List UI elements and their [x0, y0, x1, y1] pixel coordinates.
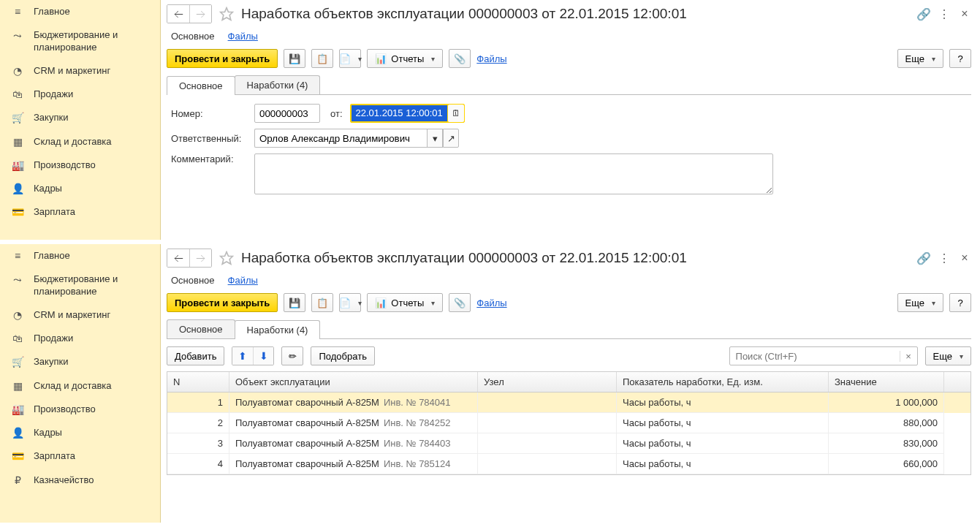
sidebar-item[interactable]: ≡Главное — [0, 0, 160, 23]
tab-works[interactable]: Наработки (4) — [235, 75, 321, 94]
sidebar-item[interactable]: 💳Зарплата — [0, 200, 160, 224]
create-based-on-button[interactable]: 📄▾ — [339, 49, 361, 68]
sidebar-item[interactable]: ≡Главное — [0, 244, 160, 268]
col-header-value[interactable]: Значение — [829, 372, 944, 392]
sidebar-item[interactable]: ₽Казначейство — [0, 469, 160, 492]
post-and-close-button[interactable]: Провести и закрыть — [167, 293, 278, 312]
move-down-button[interactable]: ⬇ — [253, 347, 273, 365]
grid-search-input[interactable] — [730, 351, 900, 362]
table-row[interactable]: 4Полуавтомат сварочный А-825МИнв. № 7851… — [167, 454, 970, 474]
sidebar-item-icon: 🛒 — [12, 356, 23, 368]
sidebar-item[interactable]: ◔CRM и маркетинг — [0, 303, 160, 327]
sidebar-item-icon: 🛍 — [12, 88, 23, 100]
sidebar-item-label: Склад и доставка — [34, 380, 112, 392]
post-button[interactable]: 📋 — [311, 293, 333, 312]
create-based-on-icon: 📄 — [339, 297, 351, 308]
comment-textarea[interactable] — [254, 153, 773, 194]
nav-forward-button[interactable]: 🡢 — [189, 249, 211, 267]
create-based-on-button[interactable]: 📄▾ — [339, 293, 361, 312]
works-table: N Объект эксплуатации Узел Показатель на… — [167, 371, 971, 475]
subnav-files[interactable]: Файлы — [228, 31, 258, 42]
sidebar-item[interactable]: 💳Зарплата — [0, 444, 160, 468]
favorite-star-icon[interactable] — [218, 5, 235, 23]
sidebar-item[interactable]: 🛍Продажи — [0, 83, 160, 106]
files-link[interactable]: Файлы — [476, 297, 506, 308]
pick-button[interactable]: Подобрать — [311, 346, 374, 365]
nav-forward-button[interactable]: 🡢 — [189, 5, 211, 23]
save-button[interactable]: 💾 — [284, 293, 305, 312]
sidebar-item[interactable]: ⤳Бюджетирование и планирование — [0, 23, 160, 59]
col-header-node[interactable]: Узел — [478, 372, 617, 392]
responsible-label: Ответственный: — [171, 133, 250, 144]
sidebar-item[interactable]: 👤Кадры — [0, 421, 160, 444]
open-ref-icon[interactable]: ↗ — [443, 129, 459, 148]
page-title: Наработка объектов эксплуатации 00000000… — [241, 6, 911, 22]
table-row[interactable]: 3Полуавтомат сварочный А-825МИнв. № 7844… — [167, 433, 970, 454]
move-up-button[interactable]: ⬆ — [232, 347, 253, 365]
sidebar-item[interactable]: ▦Склад и доставка — [0, 374, 160, 398]
link-icon[interactable]: 🔗 — [917, 7, 930, 20]
tab-main[interactable]: Основное — [167, 76, 235, 95]
attach-button[interactable]: 📎 — [449, 49, 471, 68]
sidebar-item-label: Бюджетирование и планирование — [34, 273, 148, 297]
add-row-button[interactable]: Добавить — [167, 346, 224, 365]
close-icon[interactable]: × — [958, 7, 971, 20]
more-button[interactable]: Еще▾ — [897, 49, 943, 68]
date-input-value[interactable]: 22.01.2015 12:00:01 — [352, 105, 447, 121]
sidebar-item[interactable]: ⤳Бюджетирование и планирование — [0, 268, 160, 303]
sidebar-item[interactable]: ▦Склад и доставка — [0, 130, 160, 153]
favorite-star-icon[interactable] — [218, 249, 235, 267]
tab-main[interactable]: Основное — [167, 319, 235, 338]
sidebar-item[interactable]: ◔CRM и маркетинг — [0, 59, 160, 83]
nav-back-button[interactable]: 🡠 — [167, 5, 189, 23]
sidebar-item[interactable]: 🛍Продажи — [0, 327, 160, 350]
post-and-close-button[interactable]: Провести и закрыть — [167, 49, 278, 68]
more-button[interactable]: Еще▾ — [897, 293, 943, 312]
table-row[interactable]: 1Полуавтомат сварочный А-825МИнв. № 7840… — [167, 393, 970, 413]
sidebar-item-label: Продажи — [34, 88, 73, 100]
subnav-files[interactable]: Файлы — [228, 275, 258, 286]
link-icon[interactable]: 🔗 — [917, 251, 930, 265]
attach-button[interactable]: 📎 — [449, 293, 471, 312]
sidebar-item[interactable]: 🛒Закупки — [0, 106, 160, 129]
reports-button[interactable]: 📊Отчеты▾ — [367, 49, 443, 68]
col-header-n[interactable]: N — [167, 372, 229, 392]
sidebar-item[interactable]: 🏭Производство — [0, 153, 160, 177]
subnav-main[interactable]: Основное — [171, 31, 215, 42]
sidebar-item-icon: 🛒 — [12, 112, 23, 124]
help-button[interactable]: ? — [949, 49, 971, 68]
calendar-icon[interactable]: 🗓 — [448, 105, 464, 122]
grid-search[interactable]: × — [729, 346, 918, 365]
create-based-on-icon: 📄 — [339, 53, 351, 64]
close-icon[interactable]: × — [958, 251, 971, 265]
reports-button[interactable]: 📊Отчеты▾ — [367, 293, 443, 312]
grid-more-button[interactable]: Еще▾ — [925, 346, 971, 365]
grid-search-clear-icon[interactable]: × — [900, 351, 917, 362]
help-button[interactable]: ? — [949, 293, 971, 312]
col-header-indicator[interactable]: Показатель наработки, Ед. изм. — [617, 372, 829, 392]
kebab-menu-icon[interactable]: ⋮ — [938, 251, 951, 265]
sidebar-item[interactable]: 🛒Закупки — [0, 350, 160, 374]
tab-works[interactable]: Наработки (4) — [235, 320, 321, 339]
save-icon: 💾 — [289, 297, 300, 308]
sidebar-item-label: Главное — [34, 250, 70, 262]
from-label: от: — [330, 108, 343, 119]
date-input-group[interactable]: 22.01.2015 12:00:01 🗓 — [350, 104, 465, 123]
number-input[interactable] — [254, 104, 320, 123]
sidebar-item[interactable]: 🏭Производство — [0, 398, 160, 421]
kebab-menu-icon[interactable]: ⋮ — [938, 7, 951, 20]
sidebar-top: ≡Главное⤳Бюджетирование и планирование◔C… — [0, 0, 161, 240]
table-row[interactable]: 2Полуавтомат сварочный А-825МИнв. № 7842… — [167, 413, 970, 433]
files-link[interactable]: Файлы — [476, 53, 506, 64]
responsible-input[interactable] — [254, 129, 427, 148]
nav-back-button[interactable]: 🡠 — [167, 249, 189, 267]
sidebar-item[interactable]: 👤Кадры — [0, 177, 160, 200]
sidebar-item-label: Казначейство — [34, 474, 94, 486]
sidebar-item-icon: ▦ — [12, 136, 23, 148]
save-button[interactable]: 💾 — [284, 49, 305, 68]
col-header-object[interactable]: Объект эксплуатации — [229, 372, 478, 392]
subnav-main[interactable]: Основное — [171, 275, 215, 286]
post-button[interactable]: 📋 — [311, 49, 333, 68]
dropdown-icon[interactable]: ▾ — [427, 129, 443, 148]
fill-button[interactable]: ✏ — [281, 346, 303, 365]
